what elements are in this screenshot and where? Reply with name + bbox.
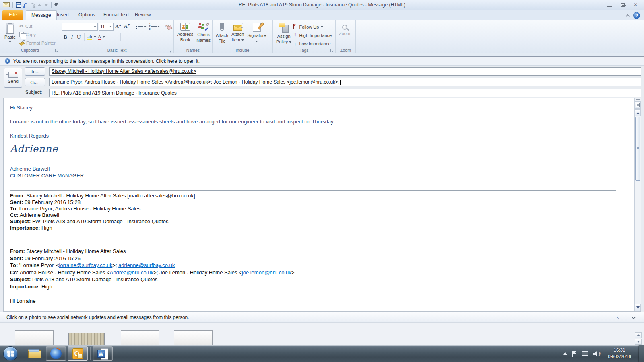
low-importance-icon: ↓ [293, 41, 297, 46]
undo-icon[interactable] [23, 3, 28, 6]
action-center-flag-icon[interactable] [572, 351, 577, 357]
body-greeting: Hi Stacey, [10, 105, 613, 111]
tab-review[interactable]: Review [130, 10, 156, 20]
chevron-down-icon[interactable] [103, 36, 105, 38]
reading-options-button[interactable] [635, 101, 641, 109]
attach-file-button[interactable]: AttachFile [214, 22, 230, 47]
minimize-ribbon-icon[interactable] [626, 14, 630, 18]
cc-recipient[interactable]: Joe Lemon - Holiday Home Sales <joe.lemo… [213, 79, 338, 85]
scroll-down-button[interactable] [635, 304, 641, 311]
high-importance-button[interactable]: ! High Importance [293, 32, 332, 39]
bold-button[interactable]: B [62, 34, 69, 40]
underline-button[interactable]: U [75, 34, 82, 40]
cc-recipient[interactable]: Andrea House - Holiday Home Sales <Andre… [85, 79, 211, 85]
expand-people-pane-icon[interactable]: ↔ [615, 314, 623, 322]
subject-field[interactable]: RE: Plots A18 and A19 Storm Damage - Ins… [49, 89, 641, 97]
collapse-people-pane-icon[interactable] [632, 315, 635, 319]
scroll-up-button[interactable] [635, 109, 641, 116]
taskbar-clock[interactable]: 16:31 09/02/2016 [602, 347, 637, 360]
email-link[interactable]: joe.lemon@hru.co.uk [242, 269, 291, 276]
shrink-font-button[interactable]: A▼ [123, 23, 131, 29]
customize-qat-icon[interactable] [54, 3, 58, 7]
copy-button[interactable]: Copy [19, 30, 56, 39]
splitter-handle[interactable] [636, 99, 640, 100]
check-names-button[interactable]: @ ✔ CheckNames [195, 22, 212, 47]
conversation-infobar[interactable]: i You are not responding to the latest m… [0, 57, 644, 66]
cc-field[interactable]: Lorraine Pryor; Andrea House - Holiday H… [49, 78, 641, 86]
cc-button[interactable]: Cc... [25, 78, 45, 86]
taskbar-outlook-button[interactable]: O [68, 346, 88, 361]
tags-dialog-launcher-icon[interactable] [330, 49, 334, 52]
hidden-icons-icon[interactable] [563, 352, 567, 355]
speaker-icon[interactable]: )) [593, 351, 600, 356]
increase-indent-button[interactable] [126, 37, 128, 37]
save-icon[interactable] [16, 2, 21, 8]
scrollbar-thumb[interactable] [635, 117, 640, 181]
email-link[interactable]: adrienne@surfbay.co.uk [118, 262, 175, 268]
chevron-down-icon[interactable] [94, 36, 96, 38]
numbering-button[interactable]: 123 [148, 22, 160, 31]
help-icon[interactable]: ? [633, 12, 640, 19]
to-field[interactable]: Stacey Mitchell - Holiday Home After Sal… [49, 67, 641, 76]
zoom-button[interactable]: Zoom [337, 22, 352, 47]
restore-button[interactable] [621, 3, 625, 7]
clock-date: 09/02/2016 [602, 353, 637, 360]
tab-file[interactable]: File [2, 10, 23, 20]
align-right-button[interactable] [116, 37, 118, 37]
cc-recipient[interactable]: Lorraine Pryor [52, 79, 82, 85]
network-icon[interactable] [582, 351, 588, 356]
window-title: RE: Plots A18 and A19 Storm Damage - Ins… [0, 0, 644, 10]
italic-button[interactable]: I [70, 34, 74, 40]
low-importance-button[interactable]: ↓ Low Importance [293, 40, 332, 47]
format-painter-button[interactable]: Format Painter [19, 39, 56, 47]
signature-button[interactable]: Signature [246, 22, 268, 47]
tab-format-text[interactable]: Format Text [98, 10, 134, 20]
clear-formatting-icon[interactable] [165, 24, 172, 29]
tab-insert[interactable]: Insert [52, 10, 74, 20]
infobar-text[interactable]: You are not responding to the latest mes… [13, 58, 200, 64]
clipboard-dialog-launcher-icon[interactable] [55, 49, 59, 52]
format-painter-icon [19, 40, 25, 45]
address-book-button[interactable]: AddressBook [175, 22, 195, 47]
to-button[interactable]: To... [25, 67, 45, 76]
email-link[interactable]: Andrea@hru.co.uk [110, 269, 154, 276]
minimize-button[interactable] [607, 6, 612, 7]
to-recipient[interactable]: Stacey Mitchell - Holiday Home After Sal… [52, 68, 196, 74]
cut-button[interactable]: ✂ Cut [19, 22, 56, 30]
email-link[interactable]: lorraine@surfbay.co.uk [59, 262, 112, 268]
close-button[interactable]: ✕ [634, 2, 638, 7]
taskbar-explorer-button[interactable] [24, 346, 44, 361]
attach-item-button[interactable]: AttachItem [230, 22, 246, 47]
font-name-combo[interactable] [62, 23, 98, 31]
message-body-editor[interactable]: Hi Stacey, Lorraine is not in the office… [3, 98, 641, 312]
scroll-down-button[interactable] [635, 339, 642, 345]
next-item-icon[interactable] [44, 4, 48, 6]
align-left-button[interactable] [109, 37, 112, 37]
align-center-button[interactable] [113, 37, 115, 37]
scroll-up-button[interactable] [635, 332, 642, 338]
font-color-button[interactable]: A [97, 34, 102, 40]
start-button[interactable] [3, 346, 18, 361]
follow-up-button[interactable]: Follow Up [293, 23, 332, 30]
bullets-button[interactable] [135, 24, 147, 29]
bullets-icon [136, 25, 137, 29]
highlight-button[interactable]: ab [87, 34, 93, 40]
people-pane-scrollbar[interactable] [635, 332, 642, 345]
font-size-combo[interactable]: 11 [99, 23, 114, 31]
document-icon [636, 103, 640, 107]
body-scrollbar[interactable] [634, 98, 641, 311]
decrease-indent-button[interactable] [123, 37, 125, 37]
outlook-message-window: RE: Plots A18 and A19 Storm Damage - Ins… [0, 0, 644, 362]
paste-button[interactable]: Paste [2, 22, 19, 47]
tab-options[interactable]: Options [73, 10, 100, 20]
taskbar-word-button[interactable]: W [93, 346, 113, 361]
basic-text-dialog-launcher-icon[interactable] [169, 49, 172, 52]
grow-font-button[interactable]: A▲ [114, 23, 122, 29]
paste-dropdown-icon[interactable] [9, 41, 11, 43]
assign-policy-button[interactable]: AssignPolicy [275, 22, 293, 47]
show-desktop-button[interactable] [639, 345, 644, 362]
previous-item-icon[interactable] [37, 4, 41, 6]
taskbar-firefox-button[interactable] [46, 346, 66, 361]
redo-icon[interactable] [30, 3, 35, 6]
send-button[interactable]: Send [4, 68, 22, 88]
